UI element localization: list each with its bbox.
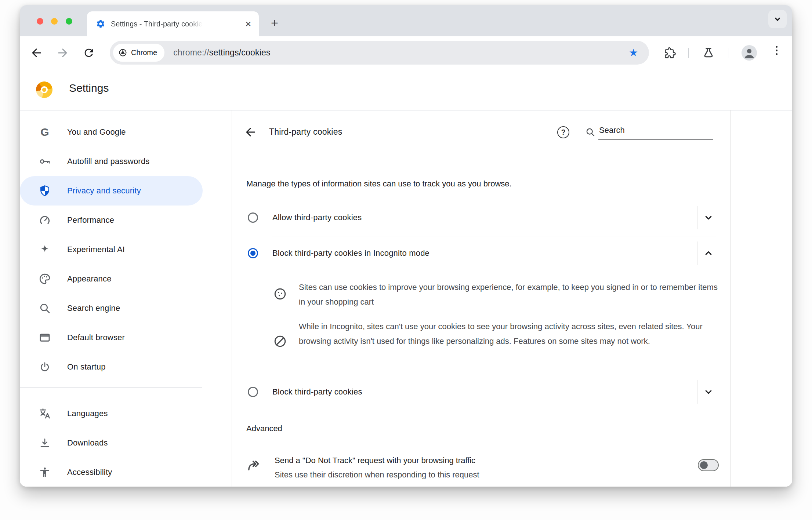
minimize-window-button[interactable]	[51, 18, 58, 25]
do-not-track-row: Send a "Do Not Track" request with your …	[232, 450, 730, 480]
sparkle-icon	[39, 244, 51, 255]
extensions-puzzle-icon[interactable]	[664, 47, 676, 59]
tab-strip: Settings - Third-party cookies ✕ +	[20, 5, 792, 36]
site-chip-label: Chrome	[131, 48, 157, 57]
cookies-intro-text: Manage the types of information sites ca…	[246, 176, 512, 192]
url-text: chrome://settings/cookies	[173, 48, 271, 58]
new-tab-button[interactable]: +	[267, 15, 283, 31]
row-separator	[697, 241, 697, 265]
blocked-icon	[273, 334, 287, 348]
row-separator	[697, 380, 697, 404]
sidebar-item-performance[interactable]: Performance	[20, 206, 203, 235]
settings-gear-favicon-icon	[96, 19, 105, 29]
browser-menu-button[interactable]	[776, 46, 778, 55]
radio-unselected-icon[interactable]	[248, 212, 258, 223]
browser-tab[interactable]: Settings - Third-party cookies ✕	[87, 11, 259, 36]
toggle-knob	[700, 461, 708, 469]
settings-content: G You and Google Autofill and passwords	[20, 110, 792, 487]
toolbar-right	[638, 36, 792, 69]
palette-icon	[39, 273, 51, 285]
key-icon	[39, 155, 51, 168]
toolbar-separator	[729, 48, 729, 58]
download-icon	[39, 437, 51, 449]
chevron-down-icon[interactable]	[703, 386, 714, 397]
sidebar-item-appearance[interactable]: Appearance	[20, 264, 203, 294]
url-path: settings/cookies	[209, 48, 271, 57]
site-info-chip[interactable]: Chrome	[113, 44, 164, 62]
magnifier-icon	[39, 302, 51, 314]
sidebar-item-experimental-ai[interactable]: Experimental AI	[20, 235, 203, 264]
tab-title: Settings - Third-party cookies	[111, 20, 203, 28]
profile-avatar[interactable]	[742, 45, 757, 61]
url-scheme: chrome://	[173, 48, 209, 57]
zoom-window-button[interactable]	[66, 18, 72, 25]
address-bar[interactable]: Chrome chrome://settings/cookies ★	[110, 41, 649, 65]
incognito-detail-text: Sites can use cookies to improve your br…	[299, 280, 721, 309]
subpage-title: Third-party cookies	[269, 127, 342, 137]
sidebar-item-default-browser[interactable]: Default browser	[20, 323, 203, 352]
chrome-logo-icon	[118, 48, 127, 57]
cookie-icon	[273, 287, 287, 301]
radio-selected-icon[interactable]	[248, 248, 258, 258]
sidebar-item-accessibility[interactable]: Accessibility	[20, 458, 203, 487]
settings-page-title: Settings	[69, 82, 109, 94]
advanced-heading: Advanced	[246, 421, 282, 437]
close-window-button[interactable]	[37, 18, 43, 25]
close-tab-icon[interactable]: ✕	[245, 20, 251, 28]
toolbar-separator	[688, 48, 689, 58]
power-icon	[39, 361, 51, 373]
tab-list-chevron-button[interactable]	[768, 10, 787, 28]
settings-sidebar: G You and Google Autofill and passwords	[20, 110, 232, 487]
incognito-detail-text: While in Incognito, sites can't use your…	[299, 319, 721, 349]
bookmark-star-icon[interactable]: ★	[629, 48, 638, 58]
search-icon	[585, 127, 595, 137]
sidebar-item-autofill[interactable]: Autofill and passwords	[20, 147, 203, 176]
sidebar-item-you-and-google[interactable]: G You and Google	[20, 117, 203, 147]
sidebar-item-languages[interactable]: Languages	[20, 399, 203, 428]
browser-window: Settings - Third-party cookies ✕ + Chrom…	[20, 5, 792, 487]
browser-window-icon	[39, 331, 51, 344]
subpage-header: Third-party cookies ?	[232, 117, 730, 147]
accessibility-icon	[39, 466, 51, 478]
browser-toolbar: Chrome chrome://settings/cookies ★	[20, 36, 792, 69]
sidebar-item-search-engine[interactable]: Search engine	[20, 294, 203, 323]
settings-header: Settings	[20, 69, 792, 110]
chevron-down-icon	[773, 14, 782, 24]
option-block-cookies-incognito[interactable]: Block third-party cookies in Incognito m…	[232, 240, 730, 266]
third-party-cookies-card: Third-party cookies ? Manage the types o…	[232, 110, 731, 487]
help-icon[interactable]: ?	[557, 126, 569, 138]
experiments-flask-icon[interactable]	[702, 47, 715, 59]
subpage-search-field[interactable]	[585, 126, 713, 140]
speedometer-icon	[39, 214, 51, 226]
sidebar-item-privacy-and-security[interactable]: Privacy and security	[20, 176, 203, 206]
translate-icon	[39, 407, 51, 420]
do-not-track-arrow-icon	[246, 457, 261, 473]
person-icon	[742, 45, 757, 61]
option-block-third-party-cookies[interactable]: Block third-party cookies	[232, 379, 730, 405]
do-not-track-title: Send a "Do Not Track" request with your …	[275, 454, 475, 467]
back-button[interactable]	[30, 46, 43, 59]
sidebar-divider	[20, 387, 202, 388]
sidebar-item-downloads[interactable]: Downloads	[20, 428, 203, 458]
back-arrow-button[interactable]	[244, 126, 257, 139]
do-not-track-subtitle: Sites use their discretion when respondi…	[275, 468, 479, 481]
shield-icon	[39, 185, 51, 197]
chevron-down-icon[interactable]	[703, 212, 714, 223]
google-g-icon: G	[40, 127, 49, 138]
forward-button[interactable]	[56, 46, 69, 59]
reload-button[interactable]	[83, 47, 95, 59]
chevron-up-icon[interactable]	[703, 248, 714, 259]
option-allow-third-party-cookies[interactable]: Allow third-party cookies	[232, 204, 730, 231]
do-not-track-toggle[interactable]	[698, 459, 719, 471]
radio-unselected-icon[interactable]	[248, 387, 258, 397]
sidebar-item-on-startup[interactable]: On startup	[20, 352, 203, 382]
option-divider	[272, 236, 716, 236]
subpage-search-input[interactable]	[598, 126, 713, 140]
option-divider	[272, 372, 716, 372]
row-separator	[697, 206, 697, 229]
chrome-canary-logo-icon	[36, 81, 52, 98]
